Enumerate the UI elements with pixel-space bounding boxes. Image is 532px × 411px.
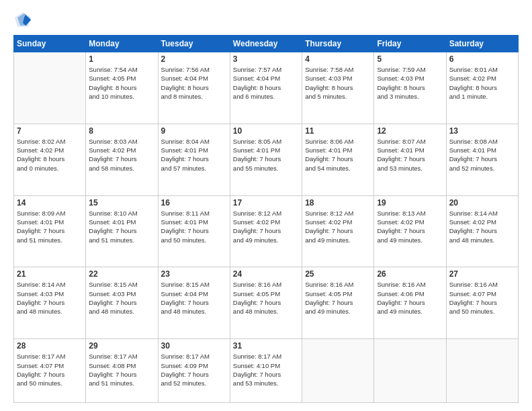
day-number: 8 (89, 126, 154, 136)
calendar-cell: 21Sunrise: 8:14 AMSunset: 4:03 PMDayligh… (14, 267, 86, 339)
day-number: 20 (449, 198, 515, 208)
day-info: Sunrise: 8:16 AMSunset: 4:05 PMDaylight:… (233, 280, 299, 316)
day-info: Sunrise: 8:14 AMSunset: 4:03 PMDaylight:… (17, 280, 83, 316)
day-number: 10 (233, 126, 299, 136)
day-info: Sunrise: 7:54 AMSunset: 4:05 PMDaylight:… (89, 65, 154, 101)
day-number: 19 (377, 198, 443, 208)
day-number: 5 (377, 54, 443, 64)
weekday-header-row: SundayMondayTuesdayWednesdayThursdayFrid… (14, 36, 519, 52)
day-number: 27 (449, 269, 515, 279)
calendar-cell (302, 339, 374, 403)
day-number: 11 (305, 126, 371, 136)
calendar-cell: 20Sunrise: 8:14 AMSunset: 4:02 PMDayligh… (446, 195, 518, 267)
day-number: 26 (377, 269, 443, 279)
day-number: 31 (233, 341, 299, 351)
calendar-cell (374, 339, 446, 403)
day-number: 29 (89, 341, 154, 351)
calendar-cell: 23Sunrise: 8:15 AMSunset: 4:04 PMDayligh… (158, 267, 230, 339)
day-info: Sunrise: 8:08 AMSunset: 4:01 PMDaylight:… (449, 137, 515, 173)
day-number: 12 (377, 126, 443, 136)
weekday-sunday: Sunday (14, 36, 86, 52)
logo-icon (13, 11, 32, 30)
calendar-page: SundayMondayTuesdayWednesdayThursdayFrid… (0, 0, 532, 411)
day-info: Sunrise: 8:12 AMSunset: 4:02 PMDaylight:… (305, 209, 371, 244)
day-number: 15 (89, 198, 154, 208)
day-info: Sunrise: 8:16 AMSunset: 4:05 PMDaylight:… (305, 280, 371, 316)
day-number: 2 (161, 54, 227, 64)
day-number: 24 (233, 269, 299, 279)
weekday-wednesday: Wednesday (230, 36, 302, 52)
day-number: 6 (449, 54, 515, 64)
day-info: Sunrise: 8:07 AMSunset: 4:01 PMDaylight:… (377, 137, 443, 173)
day-info: Sunrise: 8:12 AMSunset: 4:02 PMDaylight:… (233, 209, 299, 244)
calendar-cell: 8Sunrise: 8:03 AMSunset: 4:02 PMDaylight… (86, 124, 158, 195)
calendar-cell: 4Sunrise: 7:58 AMSunset: 4:03 PMDaylight… (302, 52, 374, 124)
day-number: 9 (161, 126, 227, 136)
week-row-5: 28Sunrise: 8:17 AMSunset: 4:07 PMDayligh… (14, 339, 519, 403)
weekday-thursday: Thursday (302, 36, 374, 52)
day-info: Sunrise: 7:57 AMSunset: 4:04 PMDaylight:… (233, 65, 299, 101)
day-info: Sunrise: 8:17 AMSunset: 4:09 PMDaylight:… (161, 352, 227, 387)
logo (13, 11, 35, 30)
week-row-4: 21Sunrise: 8:14 AMSunset: 4:03 PMDayligh… (14, 267, 519, 339)
week-row-1: 1Sunrise: 7:54 AMSunset: 4:05 PMDaylight… (14, 52, 519, 124)
day-number: 23 (161, 269, 227, 279)
day-number: 3 (233, 54, 299, 64)
day-number: 13 (449, 126, 515, 136)
day-number: 16 (161, 198, 227, 208)
weekday-monday: Monday (86, 36, 158, 52)
calendar-table: SundayMondayTuesdayWednesdayThursdayFrid… (13, 35, 519, 403)
day-info: Sunrise: 8:17 AMSunset: 4:07 PMDaylight:… (17, 352, 83, 387)
calendar-cell: 11Sunrise: 8:06 AMSunset: 4:01 PMDayligh… (302, 124, 374, 195)
calendar-cell: 25Sunrise: 8:16 AMSunset: 4:05 PMDayligh… (302, 267, 374, 339)
day-info: Sunrise: 7:56 AMSunset: 4:04 PMDaylight:… (161, 65, 227, 101)
day-number: 17 (233, 198, 299, 208)
calendar-cell: 16Sunrise: 8:11 AMSunset: 4:01 PMDayligh… (158, 195, 230, 267)
calendar-cell: 22Sunrise: 8:15 AMSunset: 4:03 PMDayligh… (86, 267, 158, 339)
day-info: Sunrise: 8:04 AMSunset: 4:01 PMDaylight:… (161, 137, 227, 173)
calendar-cell: 14Sunrise: 8:09 AMSunset: 4:01 PMDayligh… (14, 195, 86, 267)
day-info: Sunrise: 8:05 AMSunset: 4:01 PMDaylight:… (233, 137, 299, 173)
calendar-cell: 3Sunrise: 7:57 AMSunset: 4:04 PMDaylight… (230, 52, 302, 124)
weekday-saturday: Saturday (446, 36, 518, 52)
day-info: Sunrise: 8:16 AMSunset: 4:07 PMDaylight:… (449, 280, 515, 316)
day-number: 21 (17, 269, 83, 279)
calendar-cell: 15Sunrise: 8:10 AMSunset: 4:01 PMDayligh… (86, 195, 158, 267)
day-info: Sunrise: 8:02 AMSunset: 4:02 PMDaylight:… (17, 137, 83, 173)
day-info: Sunrise: 8:17 AMSunset: 4:10 PMDaylight:… (233, 352, 299, 387)
week-row-3: 14Sunrise: 8:09 AMSunset: 4:01 PMDayligh… (14, 195, 519, 267)
calendar-cell: 5Sunrise: 7:59 AMSunset: 4:03 PMDaylight… (374, 52, 446, 124)
day-number: 14 (17, 198, 83, 208)
day-info: Sunrise: 8:15 AMSunset: 4:04 PMDaylight:… (161, 280, 227, 316)
day-info: Sunrise: 8:10 AMSunset: 4:01 PMDaylight:… (89, 209, 154, 244)
weekday-tuesday: Tuesday (158, 36, 230, 52)
calendar-cell: 28Sunrise: 8:17 AMSunset: 4:07 PMDayligh… (14, 339, 86, 403)
day-info: Sunrise: 8:01 AMSunset: 4:02 PMDaylight:… (449, 65, 515, 101)
weekday-friday: Friday (374, 36, 446, 52)
calendar-cell: 1Sunrise: 7:54 AMSunset: 4:05 PMDaylight… (86, 52, 158, 124)
day-info: Sunrise: 8:14 AMSunset: 4:02 PMDaylight:… (449, 209, 515, 244)
day-info: Sunrise: 8:09 AMSunset: 4:01 PMDaylight:… (17, 209, 83, 244)
calendar-cell: 27Sunrise: 8:16 AMSunset: 4:07 PMDayligh… (446, 267, 518, 339)
day-info: Sunrise: 8:16 AMSunset: 4:06 PMDaylight:… (377, 280, 443, 316)
calendar-cell: 24Sunrise: 8:16 AMSunset: 4:05 PMDayligh… (230, 267, 302, 339)
day-info: Sunrise: 8:03 AMSunset: 4:02 PMDaylight:… (89, 137, 154, 173)
calendar-cell (14, 52, 86, 124)
day-number: 4 (305, 54, 371, 64)
calendar-cell: 13Sunrise: 8:08 AMSunset: 4:01 PMDayligh… (446, 124, 518, 195)
day-info: Sunrise: 8:06 AMSunset: 4:01 PMDaylight:… (305, 137, 371, 173)
day-info: Sunrise: 8:15 AMSunset: 4:03 PMDaylight:… (89, 280, 154, 316)
calendar-cell: 30Sunrise: 8:17 AMSunset: 4:09 PMDayligh… (158, 339, 230, 403)
day-number: 1 (89, 54, 154, 64)
day-number: 7 (17, 126, 83, 136)
calendar-cell: 31Sunrise: 8:17 AMSunset: 4:10 PMDayligh… (230, 339, 302, 403)
day-info: Sunrise: 7:59 AMSunset: 4:03 PMDaylight:… (377, 65, 443, 101)
header (13, 11, 519, 30)
day-number: 22 (89, 269, 154, 279)
calendar-cell: 2Sunrise: 7:56 AMSunset: 4:04 PMDaylight… (158, 52, 230, 124)
calendar-cell: 6Sunrise: 8:01 AMSunset: 4:02 PMDaylight… (446, 52, 518, 124)
week-row-2: 7Sunrise: 8:02 AMSunset: 4:02 PMDaylight… (14, 124, 519, 195)
calendar-cell: 7Sunrise: 8:02 AMSunset: 4:02 PMDaylight… (14, 124, 86, 195)
day-info: Sunrise: 8:13 AMSunset: 4:02 PMDaylight:… (377, 209, 443, 244)
day-info: Sunrise: 7:58 AMSunset: 4:03 PMDaylight:… (305, 65, 371, 101)
